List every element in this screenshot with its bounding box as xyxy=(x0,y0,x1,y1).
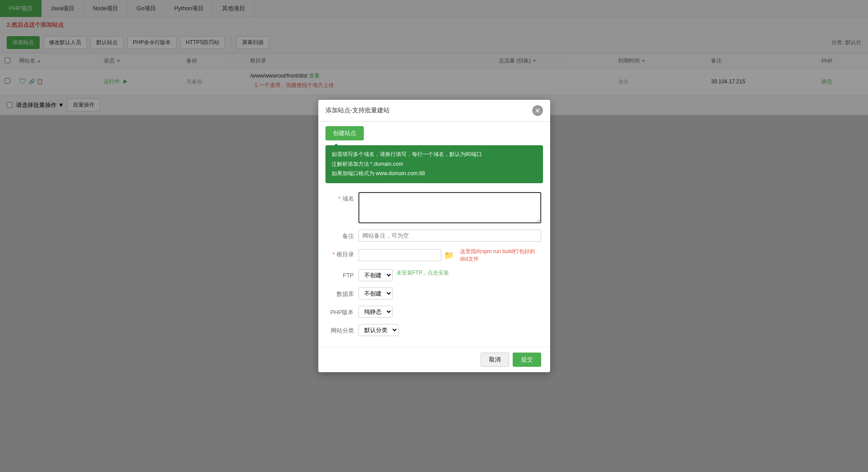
ftp-note[interactable]: 未安装FTP，点击安装 xyxy=(396,269,449,277)
form-row-remark: 备注 xyxy=(327,230,541,242)
ftp-label: FTP xyxy=(327,269,358,279)
remark-label: 备注 xyxy=(327,230,358,240)
modal-title: 添加站点-支持批量建站 xyxy=(325,107,390,115)
form-row-root: 根目录 /www/wwwroot 📁 这里指向npm run build打包好的… xyxy=(327,248,541,263)
modal-header: 添加站点-支持批量建站 ✕ xyxy=(318,100,550,122)
modal-tabs: 创建站点 xyxy=(318,122,550,145)
domain-label: 域名 xyxy=(327,192,358,203)
tooltip-line1: 如需填写多个域名，请换行填写，每行一个域名，默认为80端口 xyxy=(332,150,537,160)
modal-form: 域名 备注 根目录 /www/wwwroot 📁 这里指向npm run bui… xyxy=(318,188,550,347)
tab-create-site[interactable]: 创建站点 xyxy=(325,126,364,140)
form-row-db: 数据库 不创建 xyxy=(327,287,541,300)
modal-overlay: 添加站点-支持批量建站 ✕ 创建站点 如需填写多个域名，请换行填写，每行一个域名… xyxy=(0,0,868,472)
php-label: PHP版本 xyxy=(327,306,358,316)
folder-icon[interactable]: 📁 xyxy=(444,250,454,260)
root-annotation: 这里指向npm run build打包好的dist文件 xyxy=(460,248,541,263)
root-input[interactable]: /www/wwwroot xyxy=(358,249,441,261)
modal-close-button[interactable]: ✕ xyxy=(532,105,543,116)
modal-footer: 取消 提交 xyxy=(318,347,550,372)
form-row-php: PHP版本 纯静态 xyxy=(327,306,541,318)
root-label: 根目录 xyxy=(327,248,358,259)
remark-input[interactable] xyxy=(358,230,541,242)
add-site-modal: 添加站点-支持批量建站 ✕ 创建站点 如需填写多个域名，请换行填写，每行一个域名… xyxy=(318,100,550,372)
php-select[interactable]: 纯静态 xyxy=(358,306,393,318)
form-row-domain: 域名 xyxy=(327,192,541,223)
form-row-category: 网站分类 默认分类 xyxy=(327,324,541,336)
tooltip-line2: 泛解析添加方法 *.domain.com xyxy=(332,160,537,169)
domain-input[interactable] xyxy=(358,192,541,223)
db-label: 数据库 xyxy=(327,287,358,298)
db-select[interactable]: 不创建 xyxy=(358,287,393,300)
category-form-label: 网站分类 xyxy=(327,324,358,335)
form-row-ftp: FTP 不创建 未安装FTP，点击安装 xyxy=(327,269,541,281)
dir-row: /www/wwwroot 📁 这里指向npm run build打包好的dist… xyxy=(358,248,541,263)
cancel-button[interactable]: 取消 xyxy=(481,353,509,367)
tooltip-bubble: 如需填写多个域名，请换行填写，每行一个域名，默认为80端口 泛解析添加方法 *.… xyxy=(325,145,543,183)
tooltip-line3: 如果加端口格式为 www.domain.com:88 xyxy=(332,169,537,179)
category-select[interactable]: 默认分类 xyxy=(358,324,399,336)
ftp-select[interactable]: 不创建 xyxy=(358,269,393,281)
submit-button[interactable]: 提交 xyxy=(513,353,541,367)
